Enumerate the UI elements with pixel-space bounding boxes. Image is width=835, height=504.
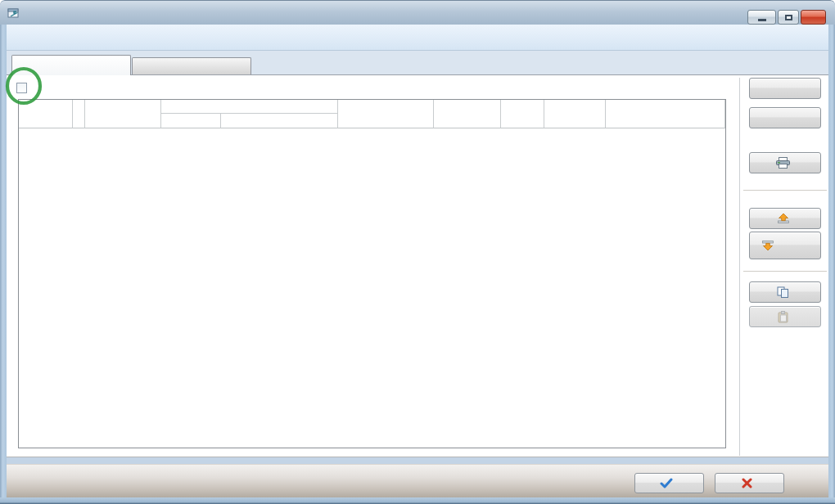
- col-header-plu-group[interactable]: [161, 100, 338, 114]
- col-header-choice-name[interactable]: [434, 100, 501, 128]
- move-up-button[interactable]: [749, 208, 821, 229]
- window-background-strip: [7, 457, 828, 464]
- move-down-button[interactable]: [749, 232, 821, 259]
- col-header-number[interactable]: [161, 114, 221, 128]
- copy-button[interactable]: [749, 281, 821, 303]
- annotation-circle-icon: [4, 66, 43, 106]
- button-divider: [743, 190, 827, 191]
- col-header-prefill-choice[interactable]: [606, 100, 725, 128]
- window-border: [828, 25, 835, 497]
- panel-separator: [739, 78, 740, 456]
- col-header-more[interactable]: [73, 100, 85, 128]
- minimize-button[interactable]: [747, 10, 776, 25]
- print-icon: [776, 157, 790, 169]
- col-header-option-type[interactable]: [338, 100, 434, 128]
- print-button[interactable]: [749, 152, 821, 173]
- col-header-item[interactable]: [221, 114, 338, 128]
- minimize-icon: [758, 19, 766, 21]
- col-header-choice-colour[interactable]: [544, 100, 606, 128]
- cancel-button[interactable]: [715, 473, 784, 493]
- delete-row-button[interactable]: [749, 78, 821, 99]
- paste-button[interactable]: [749, 306, 821, 327]
- copy-icon: [777, 286, 789, 299]
- move-down-icon: [761, 241, 774, 250]
- ok-check-icon: [660, 478, 673, 488]
- ok-button[interactable]: [634, 473, 704, 493]
- paste-icon: [778, 311, 789, 323]
- col-header-selections[interactable]: [501, 100, 544, 128]
- footer-bar: [7, 464, 828, 497]
- cancel-x-icon: [742, 478, 752, 488]
- form-header: [7, 25, 828, 51]
- clear-all-button[interactable]: [749, 107, 821, 128]
- tab-page-conversational-ordering: [7, 74, 828, 457]
- ingredients-grid: [18, 99, 726, 448]
- tab-production-management[interactable]: [132, 57, 251, 75]
- window-icon: [7, 7, 20, 19]
- title-bar: [0, 0, 835, 25]
- maximize-button[interactable]: [778, 10, 799, 25]
- restore-icon: [785, 15, 792, 20]
- window-border: [0, 497, 835, 504]
- button-divider: [743, 271, 827, 272]
- close-button[interactable]: [801, 10, 826, 25]
- col-header-category[interactable]: [85, 100, 161, 128]
- move-up-icon: [777, 214, 790, 223]
- plu-ingredients-window: [0, 0, 835, 504]
